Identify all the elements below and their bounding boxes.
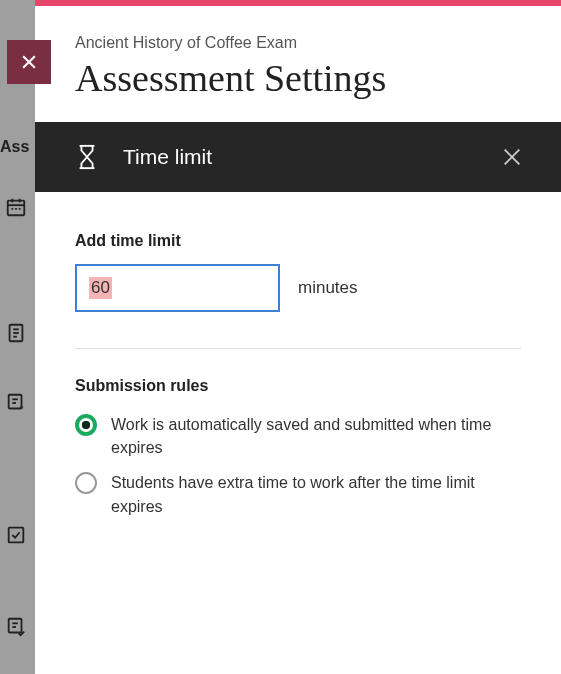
radio-indicator	[75, 472, 97, 494]
section-title: Time limit	[123, 145, 212, 169]
settings-panel: Ancient History of Coffee Exam Assessmen…	[35, 0, 561, 674]
close-section-button[interactable]	[501, 146, 523, 168]
time-unit-label: minutes	[298, 278, 358, 298]
radio-indicator	[75, 414, 97, 436]
radio-label: Work is automatically saved and submitte…	[111, 413, 521, 459]
close-icon	[501, 146, 523, 168]
close-panel-button[interactable]	[7, 40, 51, 84]
radio-option-extra-time[interactable]: Students have extra time to work after t…	[75, 471, 521, 517]
time-limit-label: Add time limit	[75, 232, 521, 250]
hourglass-icon	[75, 144, 99, 170]
radio-label: Students have extra time to work after t…	[111, 471, 521, 517]
divider	[75, 348, 521, 349]
breadcrumb: Ancient History of Coffee Exam	[75, 34, 521, 52]
submission-radio-group: Work is automatically saved and submitte…	[75, 413, 521, 518]
close-icon	[19, 52, 39, 72]
submission-rules-label: Submission rules	[75, 377, 521, 395]
panel-content: Add time limit 60 minutes Submission rul…	[35, 192, 561, 518]
time-limit-row: 60 minutes	[75, 264, 521, 312]
time-limit-value: 60	[89, 277, 112, 299]
section-header-bar: Time limit	[35, 122, 561, 192]
page-title: Assessment Settings	[75, 56, 521, 100]
radio-option-auto-submit[interactable]: Work is automatically saved and submitte…	[75, 413, 521, 459]
time-limit-input[interactable]: 60	[75, 264, 280, 312]
panel-header: Ancient History of Coffee Exam Assessmen…	[35, 6, 561, 122]
